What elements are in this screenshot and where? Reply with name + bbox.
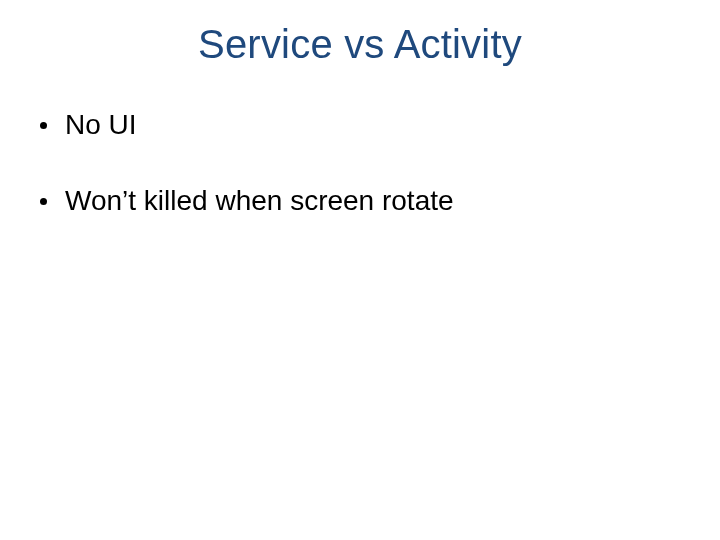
slide-title: Service vs Activity — [0, 22, 720, 67]
bullet-icon — [40, 122, 47, 129]
slide-body: No UI Won’t killed when screen rotate — [40, 108, 680, 259]
bullet-text: No UI — [65, 108, 680, 142]
bullet-icon — [40, 198, 47, 205]
list-item: Won’t killed when screen rotate — [40, 184, 680, 218]
list-item: No UI — [40, 108, 680, 142]
bullet-text: Won’t killed when screen rotate — [65, 184, 680, 218]
slide: Service vs Activity No UI Won’t killed w… — [0, 0, 720, 540]
